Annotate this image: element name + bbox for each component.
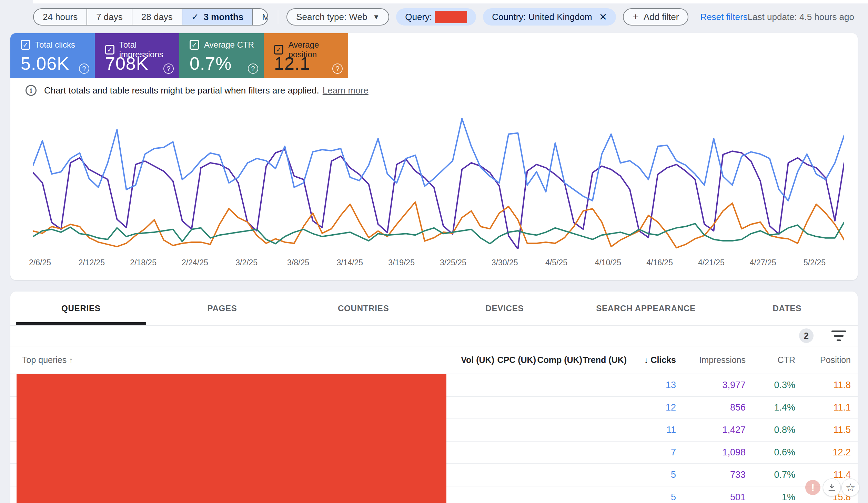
x-axis-tick-label: 2/24/25 (182, 258, 208, 267)
metric-label: Average CTR (204, 40, 254, 50)
column-header-clicks[interactable]: ↓ Clicks (627, 355, 676, 365)
column-label: Clicks (650, 355, 676, 365)
performance-chart-card: ✓Total clicks 5.06K ? ✓Total impressions… (10, 33, 858, 280)
cell-position: 11.8 (795, 380, 858, 391)
cell-position: 11.5 (795, 425, 858, 435)
cell-impressions: 733 (676, 470, 746, 480)
column-header-top-queries[interactable]: Top queries ↑ (10, 355, 458, 365)
x-axis-tick-label: 4/10/25 (595, 258, 621, 267)
cell-ctr: 1% (746, 492, 795, 503)
date-range-label: 24 hours (43, 12, 78, 22)
search-type-dropdown[interactable]: Search type: Web ▼ (286, 8, 389, 26)
tab-queries[interactable]: QUERIES (10, 292, 152, 325)
cell-ctr: 0.7% (746, 470, 795, 480)
x-axis-tick-label: 2/18/25 (130, 258, 157, 267)
date-range-28-days[interactable]: 28 days (132, 9, 182, 25)
x-axis-tick-label: 4/21/25 (698, 258, 725, 267)
column-label: CPC (UK) (497, 355, 536, 365)
performance-line-chart (33, 115, 844, 249)
x-axis-tick-label: 3/2/25 (235, 258, 258, 267)
tab-pages[interactable]: PAGES (152, 292, 293, 325)
checkbox-checked-icon[interactable]: ✓ (190, 40, 199, 50)
learn-more-link[interactable]: Learn more (323, 85, 369, 96)
date-range-3-months[interactable]: ✓3 months (182, 9, 252, 25)
metric-value: 12.1 (274, 53, 310, 74)
add-filter-button[interactable]: + Add filter (623, 8, 688, 26)
column-header-ctr[interactable]: CTR (746, 355, 795, 365)
x-axis-tick-label: 5/2/25 (804, 258, 826, 267)
cell-clicks: 12 (627, 402, 676, 413)
query-filter-chip[interactable]: Query: (396, 8, 476, 26)
date-range-more-dropdown[interactable]: More▼ (252, 9, 268, 25)
date-range-group: 24 hours7 days28 days✓3 monthsMore▼ (33, 8, 268, 26)
column-header-vol-uk-[interactable]: Vol (UK) (458, 355, 494, 365)
cell-position: 11.1 (795, 402, 858, 413)
x-axis-tick-label: 3/25/25 (440, 258, 466, 267)
column-header-comp-uk-[interactable]: Comp (UK) (536, 355, 582, 365)
column-header-position[interactable]: Position (795, 355, 858, 365)
tab-devices[interactable]: DEVICES (434, 292, 575, 325)
cell-position: 12.2 (795, 447, 858, 458)
alert-badge[interactable]: ! (805, 480, 820, 495)
close-icon[interactable]: ✕ (599, 11, 607, 23)
cell-clicks: 11 (627, 425, 676, 435)
export-download-button[interactable] (823, 479, 841, 496)
help-icon[interactable]: ? (163, 63, 174, 74)
country-filter-chip[interactable]: Country: United Kingdom ✕ (483, 8, 616, 26)
table-body: 133,9770.3%11.8128561.4%11.1111,4270.8%1… (10, 374, 858, 503)
sort-descending-icon: ↓ (644, 355, 651, 365)
column-header-impressions[interactable]: Impressions (676, 355, 746, 365)
checkbox-checked-icon[interactable]: ✓ (21, 40, 30, 50)
total-clicks-card[interactable]: ✓Total clicks 5.06K ? (10, 33, 95, 78)
x-axis-tick-label: 4/5/25 (545, 258, 567, 267)
cell-impressions: 3,977 (676, 380, 746, 391)
column-header-cpc-uk-[interactable]: CPC (UK) (494, 355, 536, 365)
chart-x-axis-labels: 2/6/252/12/252/18/252/24/253/2/253/8/253… (33, 258, 844, 269)
cell-clicks: 5 (627, 470, 676, 480)
average-ctr-card[interactable]: ✓Average CTR 0.7% ? (179, 33, 264, 78)
column-label: Trend (UK) (583, 355, 627, 365)
tab-dates[interactable]: DATES (716, 292, 858, 325)
column-label: CTR (778, 355, 795, 365)
metric-value: 0.7% (190, 53, 232, 74)
date-range-24-hours[interactable]: 24 hours (34, 9, 87, 25)
x-axis-tick-label: 2/6/25 (29, 258, 51, 267)
reset-filters-link[interactable]: Reset filters (700, 12, 747, 22)
cell-ctr: 0.8% (746, 425, 795, 435)
average-position-card[interactable]: ✓Average position 12.1 ? (264, 33, 348, 78)
column-label: Top queries (22, 355, 67, 365)
tab-search-appearance[interactable]: SEARCH APPEARANCE (575, 292, 717, 325)
column-label: Vol (UK) (461, 355, 494, 365)
last-update-text: Last update: 4.5 hours ago (748, 12, 854, 22)
cell-clicks: 5 (627, 492, 676, 503)
date-range-label: 3 months (204, 12, 244, 22)
sort-ascending-icon: ↑ (67, 355, 73, 365)
favorite-star-button[interactable]: ☆ (841, 479, 859, 496)
filter-list-icon[interactable] (831, 331, 846, 341)
country-chip-label: Country: United Kingdom (492, 12, 592, 22)
filter-bar: 24 hours7 days28 days✓3 monthsMore▼ Sear… (33, 8, 854, 26)
help-icon[interactable]: ? (332, 63, 343, 74)
column-header-trend-uk-[interactable]: Trend (UK) (582, 355, 627, 365)
plus-icon: + (633, 11, 639, 23)
metric-label: Total clicks (35, 40, 75, 50)
star-icon: ☆ (846, 481, 856, 494)
download-icon (827, 483, 837, 492)
active-filters-badge: 2 (799, 328, 814, 343)
table-tabs: QUERIESPAGESCOUNTRIESDEVICESSEARCH APPEA… (10, 292, 858, 326)
total-impressions-card[interactable]: ✓Total impressions 708K ? (95, 33, 179, 78)
x-axis-tick-label: 3/8/25 (287, 258, 309, 267)
info-banner: i Chart totals and table results might b… (26, 85, 369, 96)
tab-countries[interactable]: COUNTRIES (293, 292, 434, 325)
column-label: Position (820, 355, 851, 365)
help-icon[interactable]: ? (79, 63, 89, 74)
help-icon[interactable]: ? (248, 63, 258, 74)
column-label: Impressions (699, 355, 746, 365)
cell-impressions: 1,098 (676, 447, 746, 458)
date-range-7-days[interactable]: 7 days (87, 9, 132, 25)
x-axis-tick-label: 4/16/25 (646, 258, 673, 267)
info-text: Chart totals and table results might be … (44, 85, 319, 96)
metric-cards-row: ✓Total clicks 5.06K ? ✓Total impressions… (10, 33, 348, 78)
x-axis-tick-label: 3/14/25 (336, 258, 363, 267)
cell-ctr: 0.6% (746, 447, 795, 458)
